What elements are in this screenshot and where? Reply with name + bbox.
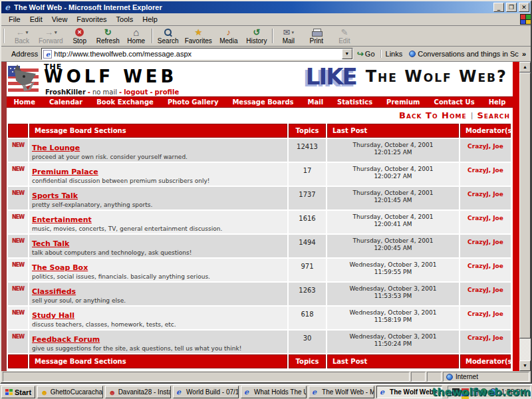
print-icon: [312, 29, 321, 36]
toolbar-separator: [152, 29, 153, 43]
topics-count: 12413: [289, 139, 326, 162]
new-icon: NEW: [12, 262, 24, 268]
back-to-home-link[interactable]: Back To Home: [399, 110, 467, 120]
logout-link[interactable]: logout: [124, 88, 148, 96]
close-button[interactable]: ✕: [519, 3, 529, 12]
refresh-button[interactable]: ↻ Refresh: [94, 27, 122, 45]
new-icon: NEW: [12, 238, 24, 244]
menu-view[interactable]: View: [47, 14, 72, 25]
mail-button[interactable]: ✉▾ Mail: [275, 27, 303, 45]
moderators[interactable]: CrazyJ, Joe: [460, 211, 511, 233]
nav-home[interactable]: Home: [14, 98, 35, 106]
wolf-logo: [8, 63, 41, 95]
start-button[interactable]: Start: [1, 386, 35, 398]
last-post: Thursday, October 4, 2001 12:00:27 AM: [327, 163, 459, 186]
taskbar-task-ie-1[interactable]: e World Build - 07/14...: [173, 386, 239, 398]
moderators[interactable]: CrazyJ, Joe: [460, 187, 511, 209]
last-post: Wednesday, October 3, 2001 11:53:53 PM: [327, 283, 459, 305]
links-overflow-chevron[interactable]: »: [521, 50, 528, 58]
back-button[interactable]: ←▾ Back: [8, 27, 36, 45]
moderators[interactable]: CrazyJ, Joe: [460, 163, 511, 186]
taskbar-task-aim-1[interactable]: ☻ GhettoCucaracha's ...: [37, 386, 103, 398]
nav-photo-gallery[interactable]: Photo Gallery: [168, 98, 219, 106]
last-post: Wednesday, October 3, 2001 11:59:55 PM: [327, 259, 459, 281]
go-button[interactable]: ↪ Go: [353, 49, 379, 59]
nav-message-boards[interactable]: Message Boards: [232, 98, 293, 106]
ie-logo-icon: e: [3, 3, 12, 12]
media-button[interactable]: ♪ Media: [215, 27, 243, 45]
nav-premium[interactable]: Premium: [386, 98, 420, 106]
favorites-icon: ★: [194, 27, 202, 37]
footer-sections: Message Board Sections: [29, 354, 287, 368]
last-post: Thursday, October 4, 2001 12:01:25 AM: [327, 139, 459, 162]
moderators[interactable]: CrazyJ, Joe: [460, 259, 511, 281]
user-line: FroshKiller-no mail-logout-profile: [45, 88, 179, 96]
menu-file[interactable]: File: [4, 14, 25, 25]
nav-book-exchange[interactable]: Book Exchange: [96, 98, 154, 106]
board-link-tech-talk[interactable]: Tech Talk: [32, 239, 69, 248]
board-table: Message Board Sections Topics Last Post …: [8, 124, 511, 368]
address-dropdown-button[interactable]: ▼: [342, 49, 352, 59]
nav-calendar[interactable]: Calendar: [49, 98, 82, 106]
moderators[interactable]: CrazyJ, Joe: [460, 139, 511, 162]
maximize-button[interactable]: ❐: [506, 3, 517, 12]
menu-favorites[interactable]: Favorites: [72, 14, 111, 25]
search-link[interactable]: Search: [477, 110, 510, 120]
moderators[interactable]: CrazyJ, Joe: [460, 307, 511, 329]
board-link-study-hall[interactable]: Study Hall: [32, 311, 74, 320]
taskbar-task-ie-3[interactable]: e The Wolf Web - Mic...: [309, 386, 374, 398]
board-link-feedback-forum[interactable]: Feedback Forum: [32, 335, 100, 344]
vertical-scrollbar[interactable]: ▲ ▼: [519, 62, 531, 371]
forward-button[interactable]: →▾ Forward: [36, 27, 66, 45]
browser-window: e The Wolf Web - Microsoft Internet Expl…: [0, 0, 532, 384]
board-link-premium-palace[interactable]: Premium Palace: [32, 168, 98, 176]
print-button[interactable]: Print: [303, 27, 331, 45]
table-header-row: Message Board Sections Topics Last Post …: [8, 124, 511, 138]
links-bar-item[interactable]: Conversations and things in Sc: [406, 50, 521, 58]
taskbar-task-aim-2[interactable]: ☻ Davanita28 - Instant...: [105, 386, 171, 398]
stop-button[interactable]: ✕ Stop: [66, 27, 94, 45]
scroll-down-button[interactable]: ▼: [519, 360, 531, 371]
footer-topics: Topics: [289, 354, 326, 368]
scroll-up-button[interactable]: ▲: [519, 62, 531, 72]
profile-link[interactable]: profile: [155, 88, 180, 96]
taskbar: Start ☻ GhettoCucaracha's ... ☻ Davanita…: [0, 384, 532, 399]
menu-edit[interactable]: Edit: [25, 14, 47, 25]
address-url: http://www.thewolfweb.com/message.aspx: [54, 50, 341, 58]
taskbar-task-ie-2[interactable]: e What Holds The Un...: [241, 386, 307, 398]
board-link-the-soap-box[interactable]: The Soap Box: [32, 263, 88, 272]
minimize-button[interactable]: _: [493, 3, 504, 12]
nav-statistics[interactable]: Statistics: [337, 98, 372, 106]
table-row: NEW Feedback Forum give us suggestions f…: [8, 331, 511, 353]
home-button[interactable]: ⌂ Home: [122, 27, 150, 45]
board-desc: music, movies, concerts, TV, general ent…: [32, 225, 285, 232]
search-button[interactable]: Search: [154, 27, 182, 45]
nav-contact-us[interactable]: Contact Us: [434, 98, 475, 106]
topics-count: 1494: [289, 235, 326, 257]
board-link-entertainment[interactable]: Entertainment: [32, 215, 92, 224]
moderators[interactable]: CrazyJ, Joe: [460, 235, 511, 257]
board-link-sports-talk[interactable]: Sports Talk: [32, 192, 78, 200]
board-link-classifieds[interactable]: Classifieds: [32, 287, 76, 296]
addressbar: Address e http://www.thewolfweb.com/mess…: [1, 47, 531, 62]
board-link-the-lounge[interactable]: The Lounge: [32, 144, 80, 152]
menu-tools[interactable]: Tools: [112, 14, 138, 25]
history-button[interactable]: ↺ History: [243, 27, 271, 45]
like-banner: LIKE The Wolf Web?: [306, 63, 507, 90]
address-input[interactable]: e http://www.thewolfweb.com/message.aspx…: [41, 48, 352, 60]
moderators[interactable]: CrazyJ, Joe: [460, 331, 511, 353]
moderators[interactable]: CrazyJ, Joe: [460, 283, 511, 305]
table-row: NEW Tech Talk talk about computers and t…: [8, 235, 511, 257]
favorites-button[interactable]: ★ Favorites: [182, 27, 215, 45]
scroll-thumb[interactable]: [519, 72, 531, 338]
menu-help[interactable]: Help: [138, 14, 162, 25]
nav-help[interactable]: Help: [489, 98, 506, 106]
mail-icon: ✉▾: [283, 27, 294, 37]
nav-mail[interactable]: Mail: [308, 98, 324, 106]
header-icon-cell: [8, 124, 28, 138]
edit-button[interactable]: ✎ Edit: [331, 27, 358, 45]
topics-count: 1616: [289, 211, 326, 233]
header-topics: Topics: [289, 124, 326, 138]
board-desc: discuss teachers, classes, homework, tes…: [32, 321, 285, 328]
bottom-links: Back To Home | Search: [7, 370, 513, 371]
